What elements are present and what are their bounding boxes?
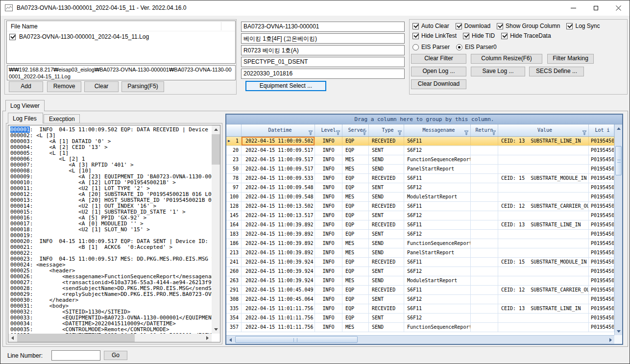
column-header-type[interactable]: Type: [369, 124, 404, 136]
column-header-return[interactable]: Return: [471, 124, 498, 136]
log-vertical-scrollbar[interactable]: [212, 125, 220, 334]
scroll-left-icon[interactable]: [8, 334, 17, 342]
filter-icon[interactable]: [397, 128, 402, 136]
checkbox-hide-tracedata[interactable]: Hide TraceData: [501, 32, 551, 39]
column-header-messagename[interactable]: Messagename: [404, 124, 471, 136]
table-row[interactable]: 1832022-04-15 11:00:39.892INFOEQPSENTS6F…: [226, 230, 614, 239]
table-row[interactable]: 232022-04-15 11:00:09.517INFOMESSENDFunc…: [226, 155, 614, 165]
table-row[interactable]: 3082022-04-15 11:00:45.064INFOEQPSENTS6F…: [226, 295, 614, 304]
scroll-down-icon[interactable]: [615, 327, 623, 335]
checkbox-icon[interactable]: [412, 33, 419, 39]
table-row[interactable]: 972022-04-15 11:00:09.548INFOEQPSENTS6F1…: [226, 183, 614, 193]
column-header-datetime[interactable]: Datetime: [242, 124, 315, 136]
file-list-item[interactable]: BA0723-OVNA-1130-000001_2022-04-15_11.Lo…: [7, 32, 235, 41]
column-resize-f6-button[interactable]: Column Resize(F6): [471, 54, 542, 64]
scroll-right-icon[interactable]: [606, 336, 614, 344]
table-row[interactable]: 1282022-04-15 11:00:13.502INFOEQPRECEVIE…: [226, 202, 614, 211]
filter-icon[interactable]: [464, 128, 469, 136]
close-button[interactable]: [607, 0, 630, 16]
checkbox-icon[interactable]: [412, 23, 419, 29]
table-row[interactable]: 1452022-04-15 11:00:13.517INFOEQPSENTS6F…: [226, 211, 614, 220]
filter-icon[interactable]: [336, 128, 340, 136]
table-row[interactable]: 2602022-04-15 11:00:39.924INFOEQPSENTS6F…: [226, 267, 614, 276]
radio-eis-parser0[interactable]: EIS Parser0: [456, 44, 497, 50]
scroll-up-icon[interactable]: [615, 124, 623, 132]
column-header-lot-i[interactable]: Lot i: [589, 124, 614, 136]
tab-log-viewer[interactable]: Log Viewer: [5, 100, 45, 111]
filter-icon[interactable]: [491, 128, 496, 136]
clear-button[interactable]: Clear: [84, 81, 119, 92]
filter-marking-button[interactable]: Filter Marking: [547, 54, 594, 64]
clear-download-button[interactable]: Clear Download: [411, 79, 466, 89]
equipment-select-button[interactable]: Equipment Select ...: [245, 81, 326, 91]
secs-define-button[interactable]: SECS Define ...: [529, 67, 584, 76]
checkbox-icon[interactable]: [566, 23, 573, 29]
remove-button[interactable]: Remove: [47, 81, 81, 92]
checkbox-hide-tid[interactable]: Hide TID: [463, 32, 495, 39]
column-header-server[interactable]: Server: [342, 124, 369, 136]
tab-log-files[interactable]: Log Files: [8, 113, 43, 123]
grid-horizontal-scrollbar[interactable]: [226, 335, 614, 344]
checkbox-hide-linktest[interactable]: Hide LinkTest: [412, 32, 457, 39]
table-row[interactable]: 3352022-04-15 11:01:11.756INFOEQPRECEVIE…: [226, 304, 614, 314]
table-row[interactable]: 1642022-04-15 11:00:39.892INFOEQPRECEVIE…: [226, 220, 614, 230]
table-row[interactable]: 2632022-04-15 11:00:39.924INFOMESSENDMod…: [226, 276, 614, 286]
add-button[interactable]: Add: [9, 81, 43, 92]
group-by-band[interactable]: Drag a column here to group by this colu…: [226, 115, 622, 124]
table-row[interactable]: ▶12022-04-15 11:00:09.502INFOEQPRECEVIED…: [226, 137, 614, 146]
scroll-thumb[interactable]: [17, 334, 135, 342]
line-number-input[interactable]: [51, 350, 100, 361]
filter-icon[interactable]: [308, 128, 313, 136]
checkbox-icon[interactable]: [497, 23, 503, 29]
table-row[interactable]: 2912022-04-15 11:00:45.049INFOEQPRECEVIE…: [226, 286, 614, 295]
scroll-thumb[interactable]: [212, 134, 220, 165]
scroll-left-icon[interactable]: [226, 336, 234, 344]
tab-exception[interactable]: Execption: [44, 114, 80, 123]
checkbox-icon[interactable]: [501, 33, 508, 39]
equipment-id-field[interactable]: BA0723-OVNA-1130-000001: [241, 22, 405, 32]
file-list[interactable]: File Name BA0723-OVNA-1130-000001_2022-0…: [6, 21, 236, 64]
maximize-button[interactable]: [584, 0, 607, 16]
file-path-box[interactable]: ₩₩192.168.8.217₩eisap03_eislog₩BA0723-OV…: [7, 65, 236, 80]
table-row[interactable]: 1862022-04-15 11:00:39.892INFOMESSENDFun…: [226, 239, 614, 248]
table-row[interactable]: 2132022-04-15 11:00:39.892INFOMESSENDPan…: [226, 248, 614, 258]
equipment-name-field[interactable]: 베이킹 1호[4F] (고온베이킹): [241, 33, 405, 44]
scroll-thumb[interactable]: [615, 146, 622, 175]
filter-icon[interactable]: [362, 128, 367, 136]
minimize-button[interactable]: [562, 0, 584, 16]
parsing-button[interactable]: Parsing(F5): [121, 81, 164, 92]
table-row[interactable]: 2412022-04-15 11:00:39.924INFOEQPRECEVIE…: [226, 258, 614, 267]
scroll-up-icon[interactable]: [212, 125, 220, 134]
table-row[interactable]: 202022-04-15 11:00:09.517INFOEQPSENTS6F1…: [226, 146, 614, 155]
table-row[interactable]: 502022-04-15 11:00:09.517INFOMESSENDPane…: [226, 165, 614, 174]
checkbox-auto-clear[interactable]: Auto Clear: [412, 23, 449, 29]
spec-timestamp-field[interactable]: 20220330_101816: [241, 69, 405, 79]
filter-icon[interactable]: [582, 128, 587, 136]
checkbox-download[interactable]: Download: [456, 23, 490, 29]
clear-filter-button[interactable]: Clear Filter: [411, 54, 466, 64]
log-text-view[interactable]: 000001: INFO 04-15 11:00:09.502 EQP: DAT…: [8, 125, 220, 342]
save-log-button[interactable]: Save Log ...: [471, 67, 525, 76]
table-row[interactable]: 782022-04-15 11:00:09.533INFOEQPRECEVIED…: [226, 174, 614, 183]
column-header-level[interactable]: Level: [315, 124, 342, 136]
checkbox-icon[interactable]: [456, 23, 462, 29]
file-checkbox[interactable]: [9, 34, 16, 40]
grid-vertical-scrollbar[interactable]: [614, 124, 622, 335]
scroll-right-icon[interactable]: [203, 334, 212, 342]
file-list-column-header[interactable]: File Name: [7, 21, 235, 31]
line-name-field[interactable]: R0723 베이킹 1호(A): [241, 45, 405, 55]
table-row[interactable]: 1002022-04-15 11:00:09.548INFOMESSENDMod…: [226, 193, 614, 202]
checkbox-icon[interactable]: [463, 33, 469, 39]
scroll-thumb[interactable]: [235, 336, 358, 343]
table-row[interactable]: 3572022-04-15 11:01:11.756INFOMESSENDFun…: [226, 323, 614, 332]
spec-type-field[interactable]: SPECTYPE_01_DSENT: [241, 57, 405, 67]
open-log-button[interactable]: Open Log ...: [411, 67, 466, 76]
radio-icon[interactable]: [412, 44, 419, 50]
go-button[interactable]: Go: [104, 351, 127, 360]
radio-icon[interactable]: [456, 44, 462, 50]
checkbox-show-group-column[interactable]: Show Group Column: [497, 23, 560, 29]
log-horizontal-scrollbar[interactable]: [8, 334, 212, 342]
column-header-value[interactable]: Value: [498, 124, 589, 136]
scroll-down-icon[interactable]: [212, 325, 220, 334]
table-row[interactable]: 3542022-04-15 11:01:11.756INFOEQPSENTS6F…: [226, 314, 614, 323]
